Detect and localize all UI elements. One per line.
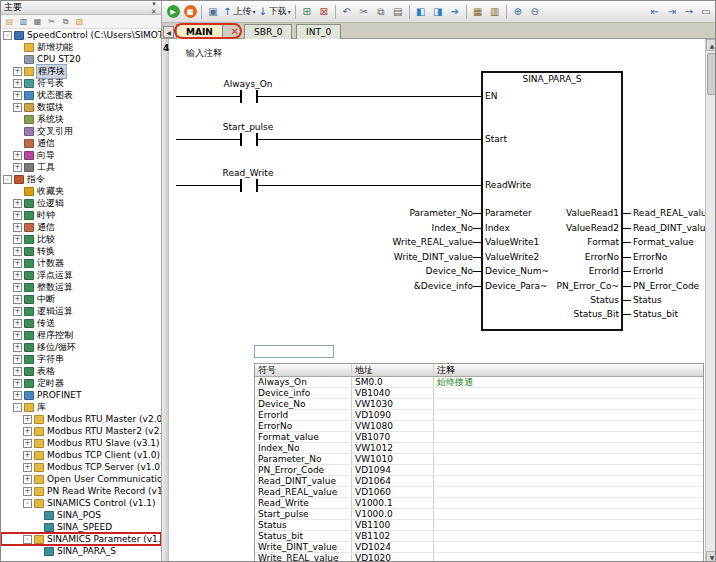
- comment-column-header[interactable]: 注释: [434, 364, 703, 376]
- zoom-out-button[interactable]: ⊖: [527, 3, 543, 21]
- zoom-in-button[interactable]: ⊕: [510, 3, 526, 21]
- expand-icon[interactable]: +: [23, 439, 32, 448]
- operand-label[interactable]: Read_DINT_value: [633, 223, 705, 233]
- tree-item[interactable]: -SINAMICS Control (v1.1): [1, 497, 161, 509]
- contact-operand-label[interactable]: Always_On: [198, 79, 298, 89]
- panel-menu-icon[interactable]: ▾: [149, 0, 159, 8]
- operand-label[interactable]: Read_REAL_value: [633, 208, 705, 218]
- tree-item[interactable]: +状态图表: [1, 89, 161, 101]
- next-bookmark-button[interactable]: ◨: [430, 3, 446, 21]
- tree-item[interactable]: +浮点运算: [1, 269, 161, 281]
- tab-sbr0[interactable]: SBR_0: [244, 24, 292, 39]
- scrollbar-thumb[interactable]: [707, 53, 716, 95]
- tree-item[interactable]: +Modbus RTU Master2 (v2.0): [1, 425, 161, 437]
- print-icon[interactable]: ▦: [32, 16, 43, 27]
- tree-item[interactable]: +整数运算: [1, 281, 161, 293]
- save-icon[interactable]: ▥: [18, 16, 29, 27]
- tab-int0[interactable]: INT_0: [296, 24, 341, 39]
- expand-icon[interactable]: +: [13, 295, 22, 304]
- expand-icon[interactable]: +: [13, 379, 22, 388]
- tree-item[interactable]: +Open User Communication (: [1, 473, 161, 485]
- operand-label[interactable]: Index_No: [303, 223, 473, 233]
- expand-icon[interactable]: +: [13, 91, 22, 100]
- operand-label[interactable]: &Device_info: [303, 281, 473, 291]
- run-button[interactable]: ▶: [165, 3, 181, 21]
- address-column-header[interactable]: 地址: [352, 364, 434, 376]
- expand-icon[interactable]: +: [13, 247, 22, 256]
- stop-button[interactable]: ■: [182, 3, 198, 21]
- tree-item[interactable]: +定时器: [1, 377, 161, 389]
- upload-button[interactable]: ↑上传▾: [222, 3, 256, 21]
- tree-item[interactable]: +Modbus RTU Slave (v3.1): [1, 437, 161, 449]
- tree-item[interactable]: +转换: [1, 245, 161, 257]
- operand-label[interactable]: Status_bit: [633, 309, 678, 319]
- monitor-button[interactable]: ▣: [205, 3, 221, 21]
- expand-icon[interactable]: +: [13, 331, 22, 340]
- scroll-down-icon[interactable]: ▼: [706, 551, 716, 562]
- scroll-up-icon[interactable]: ▲: [706, 39, 716, 51]
- expand-icon[interactable]: +: [13, 211, 22, 220]
- tree-item[interactable]: +比较: [1, 233, 161, 245]
- expand-icon[interactable]: +: [13, 103, 22, 112]
- ladder-editor[interactable]: 4 输入注释 符号 地址 注释 Always_OnSM0.0始终接通Device…: [162, 39, 705, 562]
- table-row[interactable]: Format_valueVB1070: [255, 432, 703, 443]
- panel-close-icon[interactable]: ✕: [149, 8, 159, 16]
- tree-item[interactable]: +向导: [1, 149, 161, 161]
- tree-item[interactable]: 通信: [1, 137, 161, 149]
- contact-operand-label[interactable]: Start_pulse: [198, 122, 298, 132]
- operand-label[interactable]: Status: [633, 295, 662, 305]
- next-pou-button[interactable]: ⇥: [664, 3, 680, 21]
- expand-icon[interactable]: +: [13, 79, 22, 88]
- tree-item[interactable]: SINA_PARA_S: [1, 545, 161, 557]
- expand-icon[interactable]: +: [13, 163, 22, 172]
- operand-label[interactable]: ErrorNo: [633, 252, 667, 262]
- table-row[interactable]: ErrorNoVW1080: [255, 421, 703, 432]
- tree-item[interactable]: +位逻辑: [1, 197, 161, 209]
- tree-item[interactable]: CPU ST20: [1, 53, 161, 65]
- bookmark-button[interactable]: ◧: [413, 3, 429, 21]
- tree-item[interactable]: +Modbus TCP Client (v1.0): [1, 449, 161, 461]
- symbol-table-button[interactable]: ▦: [470, 3, 486, 21]
- table-row[interactable]: Always_OnSM0.0始终接通: [255, 377, 703, 388]
- collapse-icon[interactable]: -: [3, 175, 12, 184]
- tree-item[interactable]: -指令: [1, 173, 161, 185]
- prev-pou-button[interactable]: ⇤: [647, 3, 663, 21]
- expand-icon[interactable]: +: [13, 235, 22, 244]
- vertical-scrollbar[interactable]: ▲ ▼: [705, 39, 716, 562]
- tree-item[interactable]: +通信: [1, 221, 161, 233]
- table-row[interactable]: Start_pulseV1000.0: [255, 509, 703, 520]
- paste-icon[interactable]: ▧: [74, 16, 85, 27]
- tree-item[interactable]: +移位/循环: [1, 341, 161, 353]
- collapse-icon[interactable]: -: [23, 535, 32, 544]
- expand-icon[interactable]: +: [23, 463, 32, 472]
- tree-item[interactable]: +PN Read Write Record (v1.0: [1, 485, 161, 497]
- table-row[interactable]: Parameter_NoVW1010: [255, 454, 703, 465]
- copy-icon[interactable]: ⧉: [60, 16, 71, 27]
- tree-item[interactable]: +Modbus RTU Master (v2.0): [1, 413, 161, 425]
- tree-item[interactable]: -SINAMICS Parameter (v1.0: [1, 533, 161, 545]
- expand-icon[interactable]: +: [13, 307, 22, 316]
- tree-item[interactable]: +程序控制: [1, 329, 161, 341]
- tree-item[interactable]: +程序块: [1, 65, 161, 77]
- table-row[interactable]: Status_bitVB1102: [255, 531, 703, 542]
- expand-icon[interactable]: +: [13, 391, 22, 400]
- tree-item[interactable]: +表格: [1, 365, 161, 377]
- tree-item[interactable]: +字符串: [1, 353, 161, 365]
- expand-icon[interactable]: +: [23, 415, 32, 424]
- symbol-column-header[interactable]: 符号: [255, 364, 352, 376]
- paste-button[interactable]: ▤: [390, 3, 406, 21]
- insert-button[interactable]: ⊞: [299, 3, 315, 21]
- table-row[interactable]: Read_WriteV1000.1: [255, 498, 703, 509]
- expand-icon[interactable]: +: [13, 367, 22, 376]
- collapse-icon[interactable]: -: [23, 499, 32, 508]
- table-row[interactable]: Read_DINT_valueVD1064: [255, 476, 703, 487]
- expand-icon[interactable]: +: [13, 199, 22, 208]
- tree-item[interactable]: +传送: [1, 317, 161, 329]
- open-folder-icon[interactable]: ▤: [4, 16, 15, 27]
- table-row[interactable]: Read_REAL_valueVD1060: [255, 487, 703, 498]
- collapse-icon[interactable]: -: [3, 31, 12, 40]
- table-row[interactable]: Index_NoVW1012: [255, 443, 703, 454]
- operand-label[interactable]: PN_Error_Code: [633, 281, 699, 291]
- inline-edit-box[interactable]: [254, 345, 334, 358]
- expand-icon[interactable]: +: [13, 343, 22, 352]
